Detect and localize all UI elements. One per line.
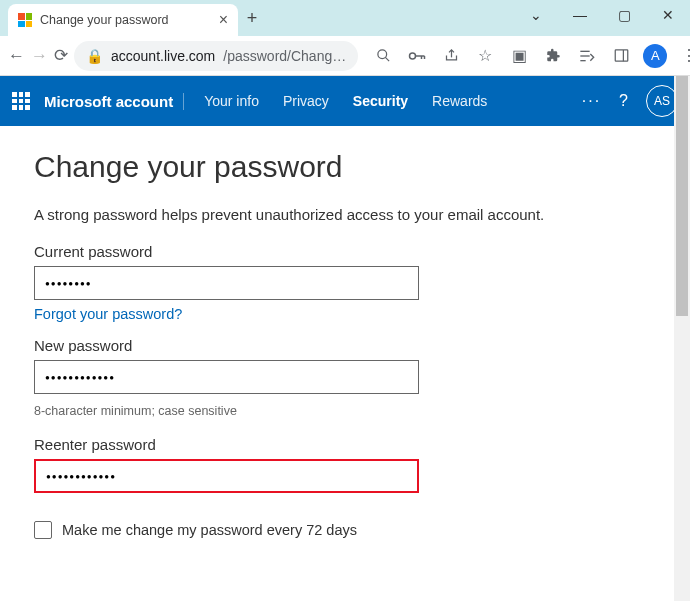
new-password-label: New password — [34, 337, 656, 354]
current-password-input[interactable]: ●●●●●●●● — [34, 266, 419, 300]
helper-text: A strong password helps prevent unauthor… — [34, 206, 656, 223]
brand-label[interactable]: Microsoft account — [44, 93, 184, 110]
new-tab-button[interactable]: + — [238, 8, 266, 29]
minimize-button[interactable]: — — [558, 0, 602, 30]
key-icon[interactable] — [402, 41, 432, 71]
lock-icon: 🔒 — [86, 48, 103, 64]
forward-button[interactable]: → — [31, 42, 48, 70]
reload-button[interactable]: ⟳ — [54, 42, 68, 70]
app-launcher-icon[interactable] — [12, 92, 30, 110]
maximize-button[interactable]: ▢ — [602, 0, 646, 30]
search-icon[interactable] — [368, 41, 398, 71]
new-password-hint: 8-character minimum; case sensitive — [34, 404, 656, 418]
url-host: account.live.com — [111, 48, 215, 64]
more-menu-icon[interactable]: ··· — [582, 92, 601, 110]
caret-down-icon[interactable]: ⌄ — [514, 0, 558, 30]
side-panel-icon[interactable] — [606, 41, 636, 71]
back-button[interactable]: ← — [8, 42, 25, 70]
page-title: Change your password — [34, 150, 656, 184]
bookmark-star-icon[interactable]: ☆ — [470, 41, 500, 71]
new-password-value: ●●●●●●●●●●●● — [35, 373, 125, 382]
browser-tab[interactable]: Change your password × — [8, 4, 238, 36]
browser-toolbar: ← → ⟳ 🔒 account.live.com/password/Chang…… — [0, 36, 690, 76]
forgot-password-link[interactable]: Forgot your password? — [34, 306, 182, 322]
periodic-change-checkbox[interactable] — [34, 521, 52, 539]
close-window-button[interactable]: ✕ — [646, 0, 690, 30]
tab-title: Change your password — [40, 13, 169, 27]
nav-your-info[interactable]: Your info — [204, 93, 259, 109]
reenter-password-value: ●●●●●●●●●●●● — [36, 472, 126, 481]
periodic-change-row: Make me change my password every 72 days — [34, 521, 656, 539]
share-icon[interactable] — [436, 41, 466, 71]
browser-titlebar: Change your password × + ⌄ — ▢ ✕ — [0, 0, 690, 36]
current-password-label: Current password — [34, 243, 656, 260]
address-bar[interactable]: 🔒 account.live.com/password/Chang… — [74, 41, 358, 71]
page-viewport: Microsoft account Your info Privacy Secu… — [0, 76, 690, 601]
svg-point-0 — [378, 50, 387, 59]
site-header: Microsoft account Your info Privacy Secu… — [0, 76, 690, 126]
nav-rewards[interactable]: Rewards — [432, 93, 487, 109]
reenter-password-label: Reenter password — [34, 436, 656, 453]
extensions-icon[interactable] — [538, 41, 568, 71]
svg-line-1 — [385, 57, 389, 61]
window-controls: ⌄ — ▢ ✕ — [514, 0, 690, 30]
periodic-change-label: Make me change my password every 72 days — [62, 522, 357, 538]
microsoft-logo-icon — [18, 13, 32, 27]
reenter-password-input[interactable]: ●●●●●●●●●●●● — [34, 459, 419, 493]
svg-point-2 — [410, 53, 416, 59]
close-tab-icon[interactable]: × — [219, 11, 228, 29]
header-nav: Your info Privacy Security Rewards — [204, 93, 487, 109]
current-password-value: ●●●●●●●● — [35, 279, 102, 288]
new-password-input[interactable]: ●●●●●●●●●●●● — [34, 360, 419, 394]
reading-list-icon[interactable] — [572, 41, 602, 71]
scrollbar-thumb[interactable] — [676, 76, 688, 316]
nav-privacy[interactable]: Privacy — [283, 93, 329, 109]
cast-icon[interactable]: ▣ — [504, 41, 534, 71]
svg-rect-9 — [615, 50, 628, 61]
kebab-menu-icon[interactable]: ⋮ — [674, 41, 690, 71]
nav-security[interactable]: Security — [353, 93, 408, 109]
url-path: /password/Chang… — [223, 48, 346, 64]
help-icon[interactable]: ? — [619, 92, 628, 110]
main-content: Change your password A strong password h… — [0, 126, 690, 563]
vertical-scrollbar[interactable] — [674, 76, 690, 601]
profile-avatar[interactable]: A — [640, 41, 670, 71]
